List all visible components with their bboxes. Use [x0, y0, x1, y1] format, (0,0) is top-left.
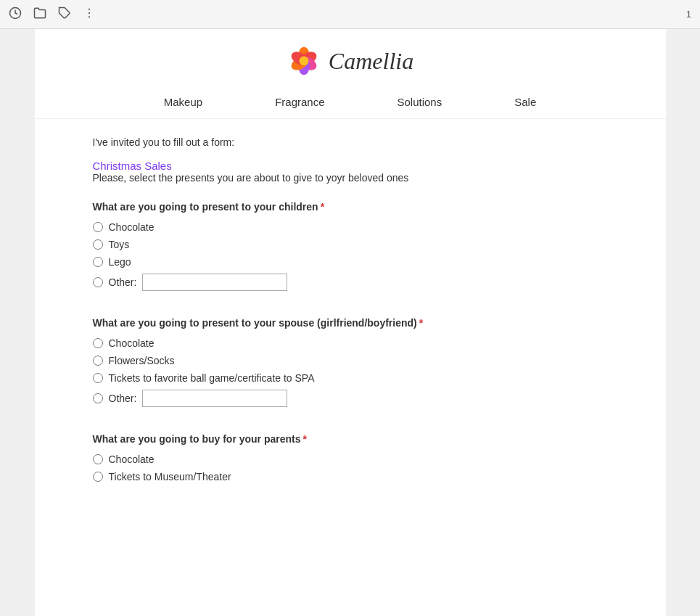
radio-museum-parents[interactable] — [93, 472, 103, 482]
page-number: 1 — [686, 9, 691, 20]
radio-chocolate-children[interactable] — [93, 222, 103, 232]
nav-bar: Makeup Fragrance Solutions Sale — [35, 86, 666, 119]
question-children: What are you going to present to your ch… — [93, 201, 608, 291]
option-lego-children: Lego — [93, 256, 608, 268]
label-chocolate-spouse: Chocolate — [109, 337, 155, 349]
required-star: * — [321, 201, 324, 213]
option-other-spouse: Other: — [93, 390, 608, 407]
option-chocolate-children: Chocolate — [93, 221, 608, 233]
radio-chocolate-spouse[interactable] — [93, 338, 103, 348]
radio-toys-children[interactable] — [93, 239, 103, 250]
clock-icon[interactable] — [9, 7, 22, 22]
top-bar: 1 — [0, 0, 700, 29]
logo-icon — [287, 44, 321, 78]
option-other-children: Other: — [93, 274, 608, 291]
more-options-icon[interactable] — [83, 7, 96, 22]
label-museum-parents: Tickets to Museum/Theater — [109, 471, 231, 482]
radio-other-spouse[interactable] — [93, 393, 103, 403]
form-title[interactable]: Christmas Sales — [93, 160, 172, 172]
svg-point-4 — [88, 16, 90, 17]
main-content: Camellia Makeup Fragrance Solutions Sale… — [35, 29, 666, 616]
invite-text: I've invited you to fill out a form: — [93, 136, 608, 148]
tag-icon[interactable] — [58, 7, 71, 22]
other-label-spouse: Other: — [109, 393, 137, 404]
option-tickets-spouse: Tickets to favorite ball game/certificat… — [93, 372, 608, 384]
radio-lego-children[interactable] — [93, 257, 103, 267]
nav-sale[interactable]: Sale — [514, 96, 536, 108]
nav-solutions[interactable]: Solutions — [398, 96, 442, 108]
option-flowers-spouse: Flowers/Socks — [93, 355, 608, 366]
option-toys-children: Toys — [93, 239, 608, 250]
question-spouse-label: What are you going to present to your sp… — [93, 317, 608, 329]
label-chocolate-children: Chocolate — [109, 221, 155, 233]
option-chocolate-spouse: Chocolate — [93, 337, 608, 349]
label-chocolate-parents: Chocolate — [109, 453, 155, 465]
required-star-spouse: * — [419, 317, 423, 329]
question-spouse: What are you going to present to your sp… — [93, 317, 608, 407]
option-chocolate-parents: Chocolate — [93, 453, 608, 465]
other-input-spouse[interactable] — [142, 390, 287, 407]
nav-makeup[interactable]: Makeup — [164, 96, 202, 108]
option-museum-parents: Tickets to Museum/Theater — [93, 471, 608, 482]
required-star-parents: * — [303, 433, 307, 445]
radio-tickets-spouse[interactable] — [93, 373, 103, 383]
label-lego-children: Lego — [109, 256, 131, 268]
folder-icon[interactable] — [33, 7, 46, 22]
nav-fragrance[interactable]: Fragrance — [275, 96, 324, 108]
logo-text: Camellia — [329, 48, 413, 75]
radio-chocolate-parents[interactable] — [93, 454, 103, 464]
label-tickets-spouse: Tickets to favorite ball game/certificat… — [109, 372, 315, 384]
form-area: I've invited you to fill out a form: Chr… — [35, 119, 666, 526]
radio-flowers-spouse[interactable] — [93, 356, 103, 366]
other-input-children[interactable] — [142, 274, 287, 291]
radio-other-children[interactable] — [93, 277, 103, 287]
svg-point-11 — [299, 57, 308, 66]
label-flowers-spouse: Flowers/Socks — [109, 355, 175, 366]
svg-point-2 — [88, 8, 90, 9]
question-children-label: What are you going to present to your ch… — [93, 201, 608, 213]
question-parents-label: What are you going to buy for your paren… — [93, 433, 608, 445]
form-description: Please, select the presents you are abou… — [93, 172, 608, 184]
label-toys-children: Toys — [109, 239, 130, 250]
svg-point-3 — [88, 12, 90, 13]
logo-area: Camellia — [35, 29, 666, 86]
question-parents: What are you going to buy for your paren… — [93, 433, 608, 482]
other-label-children: Other: — [109, 276, 137, 288]
